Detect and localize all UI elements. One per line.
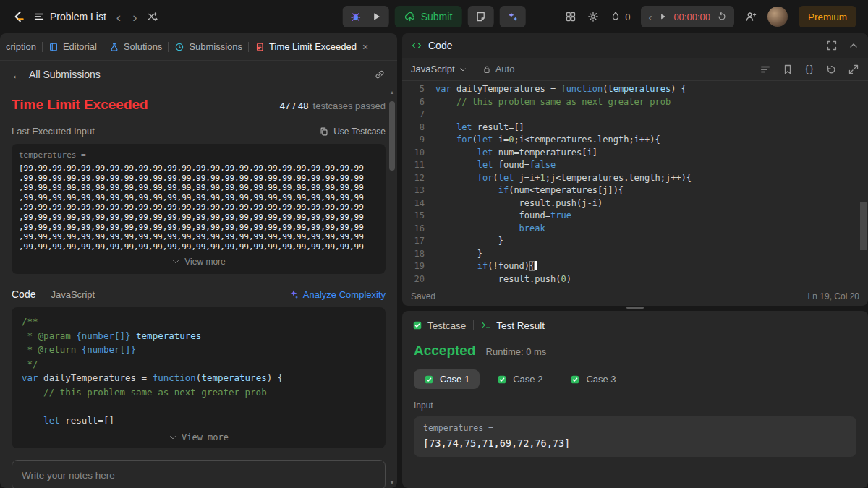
line-number: 11 bbox=[402, 159, 425, 172]
language-selector[interactable]: JavaScript bbox=[411, 64, 467, 74]
user-avatar[interactable] bbox=[767, 7, 788, 27]
case-2-chip[interactable]: Case 2 bbox=[487, 369, 553, 389]
code-line[interactable]: found=true bbox=[435, 210, 868, 223]
code-line: * @return {number[]} bbox=[22, 343, 375, 357]
fullscreen-icon[interactable] bbox=[826, 40, 838, 51]
code-line[interactable]: let found=false bbox=[435, 159, 868, 172]
code-editor-panel: Code JavaScript Auto {} bbox=[402, 33, 868, 306]
tab-divider bbox=[473, 320, 474, 330]
leetcode-logo[interactable] bbox=[12, 10, 25, 23]
result-input-variable: temperatures = bbox=[423, 423, 847, 433]
timer-reset-button[interactable] bbox=[717, 12, 727, 22]
scroll-down-icon[interactable]: ▼ bbox=[390, 480, 395, 485]
reset-icon bbox=[717, 12, 727, 22]
result-input-label: Input bbox=[414, 401, 856, 411]
testcases-passed-count: 47 / 48 bbox=[280, 100, 309, 111]
tab-testcase[interactable]: Testcase bbox=[412, 320, 466, 331]
case-label: Case 3 bbox=[586, 374, 616, 385]
code-line[interactable]: result.push(j-i) bbox=[435, 197, 868, 210]
close-tab-icon[interactable]: × bbox=[362, 41, 368, 53]
notes-input[interactable] bbox=[22, 470, 375, 481]
code-line[interactable] bbox=[435, 108, 868, 121]
invite-button[interactable] bbox=[745, 11, 757, 22]
testcases-passed-label: testcases passed bbox=[313, 100, 386, 111]
timer-play-button[interactable] bbox=[658, 12, 667, 21]
back-arrow-icon[interactable]: ← bbox=[12, 69, 22, 81]
scroll-up-icon[interactable]: ▲ bbox=[390, 90, 395, 95]
tab-test-result[interactable]: Test Result bbox=[481, 320, 545, 331]
editor-scrollbar-thumb[interactable] bbox=[860, 202, 867, 250]
code-line[interactable]: if(!found){ bbox=[435, 260, 868, 273]
expand-icon[interactable] bbox=[848, 64, 859, 75]
line-number: 15 bbox=[402, 210, 425, 223]
code-line[interactable]: for(let i=0;i<temperatures.length;i++){ bbox=[435, 134, 868, 147]
streak-counter[interactable]: 0 bbox=[610, 11, 630, 22]
code-line[interactable]: if(num<temperatures[j]){ bbox=[435, 184, 868, 197]
case-1-chip[interactable]: Case 1 bbox=[414, 369, 480, 389]
auto-save-toggle[interactable]: Auto bbox=[482, 64, 515, 74]
code-line[interactable]: } bbox=[435, 248, 868, 261]
bookmark-icon[interactable] bbox=[782, 64, 793, 75]
flame-icon bbox=[610, 11, 621, 22]
left-scrollbar[interactable]: ▲ ▼ bbox=[388, 90, 396, 485]
last-executed-input-label: Last Executed Input bbox=[12, 126, 95, 137]
settings-button[interactable] bbox=[587, 11, 599, 22]
debug-button[interactable] bbox=[350, 11, 362, 22]
code-line[interactable]: } bbox=[435, 235, 868, 248]
random-problem-button[interactable] bbox=[147, 11, 158, 22]
debugger-icon bbox=[350, 11, 362, 22]
sparkles-icon bbox=[506, 11, 518, 22]
timer-collapse-button[interactable]: ‹ bbox=[648, 11, 652, 23]
result-input-box[interactable]: temperatures = [73,74,75,71,69,72,76,73] bbox=[414, 416, 856, 457]
layout-button[interactable] bbox=[565, 11, 576, 22]
editor-lines[interactable]: var dailyTemperatures = function(tempera… bbox=[435, 83, 868, 286]
code-line[interactable]: let num=temperatures[i] bbox=[435, 147, 868, 160]
chevron-down-icon bbox=[169, 433, 177, 442]
all-submissions-link[interactable]: All Submissions bbox=[29, 69, 101, 80]
panel-resize-handle[interactable] bbox=[626, 307, 644, 309]
tab-submission-result[interactable]: Time Limit Exceeded × bbox=[255, 41, 368, 53]
use-testcase-button[interactable]: Use Testcase bbox=[319, 127, 386, 137]
code-editor[interactable]: 567891011121314151617181920 var dailyTem… bbox=[402, 81, 868, 286]
sticky-note-button[interactable] bbox=[467, 6, 493, 27]
code-line[interactable]: for(let j=i+1;j<temperatures.length;j++)… bbox=[435, 172, 868, 185]
line-number: 16 bbox=[402, 223, 425, 236]
code-line[interactable]: break bbox=[435, 223, 868, 236]
tab-description[interactable]: cription bbox=[6, 41, 36, 52]
code-line bbox=[22, 399, 375, 414]
code-line[interactable]: result.push(0) bbox=[435, 273, 868, 286]
format-code-icon[interactable] bbox=[760, 64, 771, 75]
tab-submissions[interactable]: Submissions bbox=[174, 41, 242, 52]
case-check-icon bbox=[424, 374, 434, 385]
editor-status-bar: Saved Ln 19, Col 20 bbox=[402, 286, 868, 306]
case-label: Case 1 bbox=[440, 374, 469, 385]
code-line[interactable]: // this problem same as next greater pro… bbox=[435, 96, 868, 109]
view-more-input-button[interactable]: View more bbox=[19, 252, 378, 270]
collapse-panel-icon[interactable] bbox=[848, 40, 859, 51]
submit-button[interactable]: Submit bbox=[395, 6, 462, 27]
bracket-jump-icon[interactable]: {} bbox=[804, 64, 814, 74]
premium-button[interactable]: Premium bbox=[799, 6, 856, 27]
run-button[interactable] bbox=[370, 11, 382, 22]
undo-icon[interactable] bbox=[825, 64, 837, 75]
prev-problem-button[interactable]: ‹ bbox=[115, 10, 122, 24]
scrollbar-thumb[interactable] bbox=[389, 101, 395, 171]
case-3-chip[interactable]: Case 3 bbox=[560, 369, 626, 389]
problem-list-label: Problem List bbox=[50, 11, 106, 22]
submitted-code-lines: /** * @param {number[]} temperatures * @… bbox=[22, 314, 375, 427]
grid-icon bbox=[565, 11, 576, 22]
line-number: 9 bbox=[402, 134, 425, 147]
copy-link-icon[interactable] bbox=[374, 69, 386, 80]
next-problem-button[interactable]: › bbox=[131, 10, 138, 24]
line-number: 18 bbox=[402, 248, 425, 261]
analyze-complexity-button[interactable]: Analyze Complexity bbox=[289, 289, 386, 300]
problem-list-button[interactable]: Problem List bbox=[33, 11, 106, 22]
code-line[interactable]: var dailyTemperatures = function(tempera… bbox=[435, 83, 868, 96]
code-section-title: Code bbox=[12, 288, 35, 300]
tab-editorial[interactable]: Editorial bbox=[48, 41, 97, 52]
view-more-code-button[interactable]: View more bbox=[22, 427, 375, 445]
ai-assistant-button[interactable] bbox=[499, 6, 525, 27]
code-line[interactable]: let result=[] bbox=[435, 121, 868, 134]
editor-panel-title: Code bbox=[428, 40, 452, 51]
tab-solutions[interactable]: Solutions bbox=[109, 41, 162, 52]
